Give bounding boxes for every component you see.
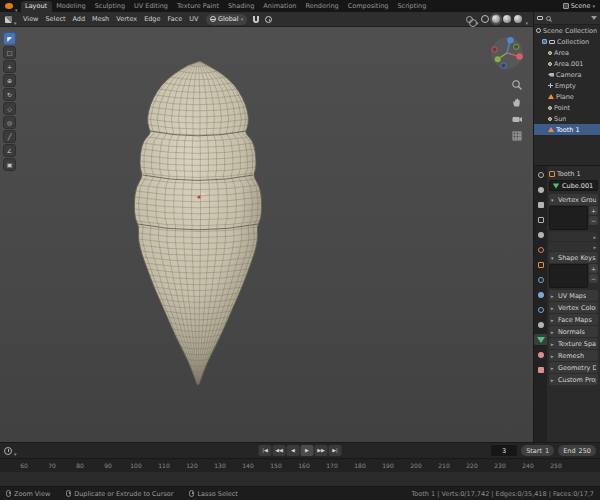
zoom-icon[interactable] <box>511 79 523 91</box>
add-cube-tool-button[interactable]: ▣ <box>3 158 16 171</box>
outliner-item-sun[interactable]: Sun <box>534 113 600 124</box>
outliner-item-collection[interactable]: Collection <box>534 36 600 47</box>
mesh-silhouette[interactable] <box>134 61 261 385</box>
rendered-shading-icon[interactable] <box>514 15 522 23</box>
filter-icon[interactable] <box>591 16 597 20</box>
properties-tab-output[interactable] <box>534 199 547 210</box>
menu-vertex[interactable]: Vertex <box>113 13 141 26</box>
move-tool-button[interactable]: ⊕ <box>3 74 16 87</box>
remove-button[interactable]: − <box>589 274 598 283</box>
current-frame-field[interactable]: 3 <box>491 445 517 456</box>
rotate-tool-button[interactable]: ↻ <box>3 88 16 101</box>
section-header-face-maps[interactable]: Face Maps <box>549 314 598 325</box>
menu-edge[interactable]: Edge <box>141 13 164 26</box>
section-header-vertex-colors[interactable]: Vertex Colors <box>549 302 598 313</box>
section-header-normals[interactable]: Normals <box>549 326 598 337</box>
menu-face[interactable]: Face <box>164 13 186 26</box>
outliner-item-area-001[interactable]: Area.001 <box>534 58 600 69</box>
annotate-tool-button[interactable]: ╱ <box>3 130 16 143</box>
tweak-tool-button[interactable]: ◤ <box>3 32 16 45</box>
workspace-tab-modeling[interactable]: Modeling <box>52 1 91 12</box>
ortho-grid-icon[interactable] <box>511 130 523 142</box>
properties-tab-material[interactable] <box>534 349 547 360</box>
checkbox-icon[interactable] <box>542 39 547 44</box>
play-button[interactable]: ▶ <box>301 445 314 456</box>
workspace-tab-compositing[interactable]: Compositing <box>343 1 393 12</box>
frame-start-field[interactable]: Start 1 <box>521 445 554 456</box>
jump-to-end-button[interactable]: ▶| <box>329 445 342 456</box>
mesh-object-tooth[interactable] <box>0 27 533 442</box>
outliner-item-plane[interactable]: Plane <box>534 91 600 102</box>
material-preview-icon[interactable] <box>503 15 511 23</box>
outliner-item-scene-collection[interactable]: Scene Collection <box>534 25 600 36</box>
properties-tab-scene[interactable] <box>534 229 547 240</box>
scene-selector[interactable]: Scene <box>558 0 600 12</box>
properties-tab-object[interactable] <box>534 259 547 270</box>
play-reverse-button[interactable]: ◀ <box>287 445 300 456</box>
workspace-tab-animation[interactable]: Animation <box>259 1 301 12</box>
panel-row[interactable] <box>549 242 598 251</box>
menu-add[interactable]: Add <box>69 13 89 26</box>
panel-row[interactable] <box>549 232 598 241</box>
overlays-icon[interactable] <box>466 16 473 23</box>
section-header-texture-space[interactable]: Texture Space <box>549 338 598 349</box>
scale-tool-button[interactable]: ◇ <box>3 102 16 115</box>
menu-mesh[interactable]: Mesh <box>89 13 113 26</box>
frame-end-field[interactable]: End 250 <box>558 445 596 456</box>
mode-dropdown[interactable] <box>2 10 20 29</box>
proportional-editing-icon[interactable] <box>265 16 272 23</box>
timeline-ruler[interactable]: 6070809010011012013014015016017018019020… <box>0 458 600 472</box>
workspace-tab-sculpting[interactable]: Sculpting <box>90 1 129 12</box>
section-header-custom-properties[interactable]: Custom Properties <box>549 374 598 385</box>
measure-tool-button[interactable]: ∠ <box>3 144 16 157</box>
axis-x-ball[interactable] <box>516 53 523 60</box>
outliner-item-empty[interactable]: Empty <box>534 80 600 91</box>
workspace-tab-shading[interactable]: Shading <box>223 1 258 12</box>
properties-tab-render[interactable] <box>534 184 547 195</box>
properties-tab-world[interactable] <box>534 244 547 255</box>
outliner-item-point[interactable]: Point <box>534 102 600 113</box>
section-header-remesh[interactable]: Remesh <box>549 350 598 361</box>
properties-tab-texture[interactable] <box>534 364 547 375</box>
menu-view[interactable]: View <box>20 13 42 26</box>
jump-to-start-button[interactable]: |◀ <box>259 445 272 456</box>
viewport-3d[interactable]: ◤□+⊕↻◇◎╱∠▣ <box>0 27 533 442</box>
properties-tab-physics[interactable] <box>534 304 547 315</box>
snap-magnet-icon[interactable] <box>253 16 259 23</box>
prev-keyframe-button[interactable]: ◀◀ <box>273 445 286 456</box>
workspace-tab-layout[interactable]: Layout <box>21 1 52 12</box>
timeline-track-area[interactable] <box>0 472 600 486</box>
navigation-gizmo[interactable] <box>489 35 525 71</box>
properties-tab-tool[interactable] <box>534 169 547 180</box>
properties-tab-constraints[interactable] <box>534 319 547 330</box>
workspace-tab-texture-paint[interactable]: Texture Paint <box>172 1 223 12</box>
properties-tab-modifiers[interactable] <box>534 274 547 285</box>
menu-uv[interactable]: UV <box>186 13 202 26</box>
add-button[interactable]: + <box>589 264 598 273</box>
next-keyframe-button[interactable]: ▶▶ <box>315 445 328 456</box>
outliner-item-camera[interactable]: Camera <box>534 69 600 80</box>
solid-shading-icon[interactable] <box>492 15 500 23</box>
pan-hand-icon[interactable] <box>511 96 523 108</box>
outliner-item-tooth-1[interactable]: Tooth 1 <box>534 124 600 135</box>
section-header-uv-maps[interactable]: UV Maps <box>549 290 598 301</box>
remove-button[interactable]: − <box>589 216 598 225</box>
mesh-name-field[interactable]: Cube.001 <box>549 180 598 191</box>
add-button[interactable]: + <box>589 206 598 215</box>
axis-z-ball[interactable] <box>507 37 514 44</box>
timeline-editor-icon[interactable] <box>4 447 12 455</box>
axis-y-ball[interactable] <box>495 56 501 62</box>
transform-orientation-dropdown[interactable]: Global <box>206 14 247 25</box>
section-header-vertex-groups[interactable]: Vertex Groups <box>549 194 598 205</box>
workspace-tab-uv-editing[interactable]: UV Editing <box>130 1 173 12</box>
select-box-tool-button[interactable]: □ <box>3 46 16 59</box>
transform-tool-button[interactable]: ◎ <box>3 116 16 129</box>
section-header-shape-keys[interactable]: Shape Keys <box>549 252 598 263</box>
properties-tab-view-layer[interactable] <box>534 214 547 225</box>
workspace-tab-rendering[interactable]: Rendering <box>301 1 343 12</box>
shape-keys-list[interactable] <box>549 264 588 288</box>
section-header-geometry-data[interactable]: Geometry Data <box>549 362 598 373</box>
search-icon[interactable] <box>546 16 551 21</box>
outliner-display-icon[interactable] <box>537 16 543 20</box>
menu-select[interactable]: Select <box>42 13 69 26</box>
